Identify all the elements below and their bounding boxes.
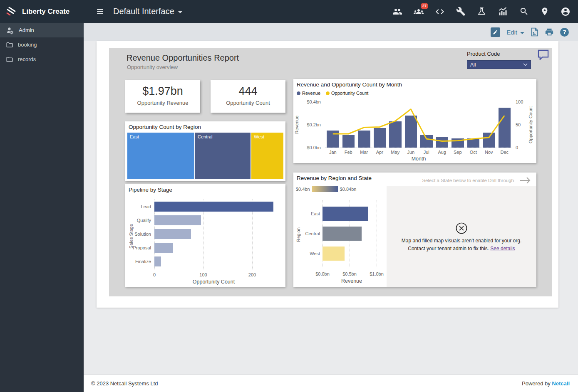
- admin-user-gear-icon: [6, 26, 14, 35]
- region-category-labels: EastCentralWest: [293, 200, 320, 268]
- region-x-ticks: $0.0bn$0.5bn$1.0bn: [322, 271, 381, 277]
- see-details-link[interactable]: See details: [490, 246, 515, 251]
- pipeline-x-ticks: 0100200: [154, 272, 273, 278]
- interface-selector[interactable]: Default Interface: [113, 7, 182, 16]
- y-axis-tick: $0.0bn: [307, 145, 321, 150]
- wrench-icon[interactable]: [456, 7, 466, 17]
- treemap-label: Central: [198, 134, 212, 139]
- region-bar-west[interactable]: [322, 247, 345, 261]
- brand: Liberty Create: [0, 6, 84, 17]
- print-button[interactable]: [545, 27, 554, 37]
- legend-dot: [326, 91, 330, 95]
- kpi-label: Opportunity Count: [211, 100, 285, 106]
- edit-menu[interactable]: Edit: [506, 29, 524, 36]
- pipeline-bar-solution[interactable]: [154, 229, 191, 239]
- legend-dot: [297, 91, 300, 95]
- sidebar-item-booking[interactable]: booking: [0, 37, 84, 52]
- chevron-down-icon: [523, 63, 528, 66]
- treemap-block-west[interactable]: West: [251, 133, 283, 179]
- page-background: Revenue Opportunities Report Opportunity…: [84, 41, 578, 374]
- region-bar-east[interactable]: [322, 207, 368, 221]
- x-axis-tick: Feb: [341, 150, 357, 155]
- pipeline-bar-lead[interactable]: [154, 202, 273, 212]
- x-axis-tick: 100: [199, 272, 207, 277]
- product-code-label: Product Code: [467, 51, 500, 57]
- search-icon[interactable]: [519, 7, 529, 17]
- netcall-link[interactable]: Netcall: [552, 380, 570, 387]
- report-canvas: Revenue Opportunities Report Opportunity…: [109, 48, 552, 296]
- app-root: Liberty Create Default Interface 27: [0, 0, 578, 392]
- pipeline-bar-qualify[interactable]: [154, 215, 201, 225]
- legend-label: Revenue: [302, 91, 320, 96]
- x-axis-tick: $0.0bn: [315, 271, 330, 276]
- map-error-box: Map and filled map visuals aren't enable…: [387, 186, 536, 287]
- report-title: Revenue Opportunities Report: [127, 53, 239, 63]
- x-axis-tick: 200: [248, 272, 256, 277]
- y-axis-tick: 50: [516, 122, 521, 127]
- panel-revenue-by-month: Revenue and Opportunity Count by Month R…: [293, 79, 536, 163]
- sidebar-item-label: booking: [18, 42, 37, 48]
- drill-through-arrow-icon[interactable]: [519, 177, 531, 184]
- region-x-axis-label: Revenue: [310, 278, 393, 284]
- y-axis-tick: $0.2bn: [307, 122, 321, 127]
- region-plot: [322, 200, 381, 268]
- legend-label: Opportunity Count: [331, 91, 368, 96]
- help-button[interactable]: ?: [560, 28, 569, 37]
- treemap-block-east[interactable]: East: [127, 133, 194, 179]
- gradient-legend: $0.4bn $0.84bn: [296, 186, 356, 192]
- x-axis-tick: Dec: [497, 150, 513, 155]
- sidebar-item-admin[interactable]: Admin: [0, 23, 84, 37]
- category-label: Lead: [141, 204, 151, 209]
- category-label: Qualify: [137, 218, 151, 223]
- x-axis-tick: Jun: [403, 150, 419, 155]
- gradient-max-label: $0.84bn: [340, 187, 357, 192]
- pipeline-bar-proposal[interactable]: [154, 243, 173, 253]
- region-bar-central[interactable]: [322, 227, 362, 241]
- account-icon[interactable]: [561, 7, 571, 17]
- x-axis-tick: Aug: [434, 150, 450, 155]
- combo-left-ticks: $0.4bn$0.2bn$0.0bn: [293, 102, 322, 148]
- drill-through-hint: Select a State below to enable Drill thr…: [422, 177, 531, 184]
- x-axis-tick: Apr: [372, 150, 388, 155]
- sidebar-item-records[interactable]: records: [0, 52, 84, 67]
- y-axis-tick: 100: [516, 99, 523, 104]
- printer-icon: [545, 27, 554, 37]
- pipeline-category-labels: LeadQualifySolutionProposalFinalize: [125, 199, 151, 270]
- pipeline-plot: [154, 199, 273, 270]
- comment-icon[interactable]: [538, 49, 549, 60]
- flask-icon[interactable]: [477, 7, 486, 17]
- code-icon[interactable]: [435, 7, 445, 17]
- error-circle-x-icon: [455, 222, 468, 234]
- combo-right-ticks: 100500: [516, 102, 532, 148]
- category-label: West: [310, 251, 320, 256]
- chevron-down-icon: [178, 11, 182, 13]
- x-axis-tick: 0: [153, 272, 156, 277]
- treemap-blocks: EastCentralWest: [127, 133, 283, 179]
- user-group-icon[interactable]: 27: [414, 7, 424, 17]
- pipeline-bar-finalize[interactable]: [154, 256, 161, 266]
- brand-name: Liberty Create: [22, 7, 69, 16]
- edit-label: Edit: [506, 29, 517, 36]
- category-label: East: [311, 211, 320, 216]
- opportunity-count-line: [325, 102, 512, 148]
- combo-x-axis-title: Month: [325, 156, 512, 162]
- export-pdf-button[interactable]: [531, 27, 538, 37]
- product-code-dropdown[interactable]: All: [467, 60, 531, 69]
- folder-icon: [6, 41, 13, 49]
- combo-plot: [325, 102, 512, 148]
- interface-label: Default Interface: [113, 7, 174, 16]
- treemap-block-central[interactable]: Central: [195, 133, 251, 179]
- analytics-icon[interactable]: [498, 7, 508, 17]
- edit-pencil-button[interactable]: [491, 27, 500, 37]
- users-icon[interactable]: [392, 7, 402, 17]
- main-area: Edit ? Revenue Opportunities Report Oppo…: [84, 23, 578, 392]
- pdf-file-icon: [531, 27, 538, 37]
- legend-item: Revenue: [297, 91, 320, 96]
- kpi-opportunity-revenue: $1.97bn Opportunity Revenue: [125, 80, 200, 113]
- x-axis-tick: Jul: [419, 150, 434, 155]
- map-error-text: Map and filled map visuals aren't enable…: [393, 237, 530, 252]
- location-pin-icon[interactable]: [540, 7, 549, 17]
- chart-title: Revenue and Opportunity Count by Month: [297, 81, 402, 88]
- menu-toggle-button[interactable]: [97, 8, 103, 15]
- liberty-create-logo: [6, 6, 17, 17]
